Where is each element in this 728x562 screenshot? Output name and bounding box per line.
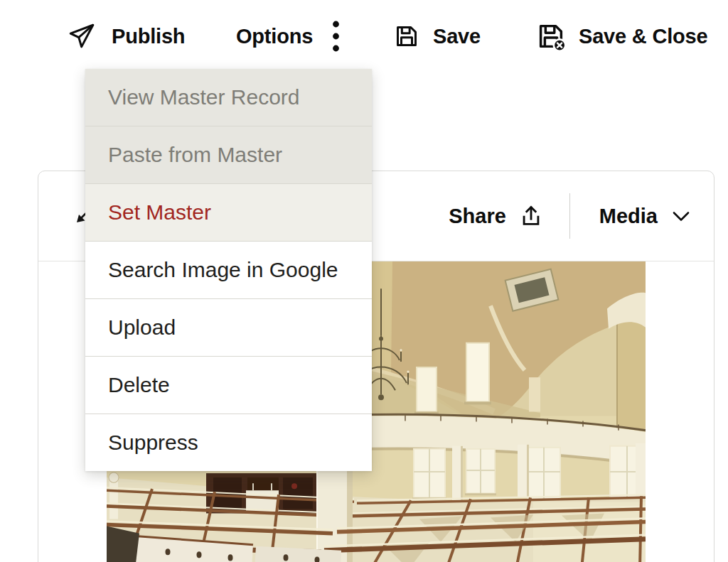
menu-item-label: Set Master (108, 200, 211, 225)
menu-item-paste-from-master: Paste from Master (85, 126, 372, 184)
menu-item-label: Paste from Master (108, 143, 282, 167)
send-icon (67, 21, 97, 52)
save-button[interactable]: Save (392, 18, 481, 54)
header-controls: Share Media (449, 171, 690, 261)
kebab-menu-icon (331, 19, 341, 53)
menu-item-search-image-in-google[interactable]: Search Image in Google (85, 242, 372, 299)
publish-label: Publish (112, 25, 185, 48)
header-divider (569, 193, 570, 239)
menu-item-label: Search Image in Google (108, 258, 338, 282)
menu-item-delete[interactable]: Delete (85, 357, 372, 414)
menu-item-view-master-record: View Master Record (85, 69, 372, 126)
media-dropdown-button[interactable]: Media (599, 205, 690, 228)
menu-item-label: Suppress (108, 431, 198, 455)
menu-item-label: Delete (108, 373, 170, 397)
menu-item-upload[interactable]: Upload (85, 299, 372, 357)
upload-icon (519, 202, 543, 229)
menu-item-label: View Master Record (108, 85, 300, 109)
menu-item-set-master[interactable]: Set Master (85, 184, 372, 242)
publish-button[interactable]: Publish (67, 18, 185, 54)
media-label: Media (599, 205, 658, 228)
chevron-down-icon (672, 210, 690, 222)
options-button[interactable]: Options (236, 18, 341, 54)
save-label: Save (433, 25, 481, 48)
share-label: Share (449, 205, 506, 228)
menu-item-suppress[interactable]: Suppress (85, 414, 372, 471)
options-dropdown-menu: View Master Record Paste from Master Set… (85, 69, 372, 471)
save-close-label: Save & Close (579, 25, 707, 48)
menu-item-label: Upload (108, 315, 176, 340)
save-close-icon (535, 20, 567, 53)
save-icon (392, 21, 421, 51)
options-label: Options (236, 25, 313, 48)
save-and-close-button[interactable]: Save & Close (535, 18, 707, 54)
share-button[interactable]: Share (449, 202, 543, 229)
